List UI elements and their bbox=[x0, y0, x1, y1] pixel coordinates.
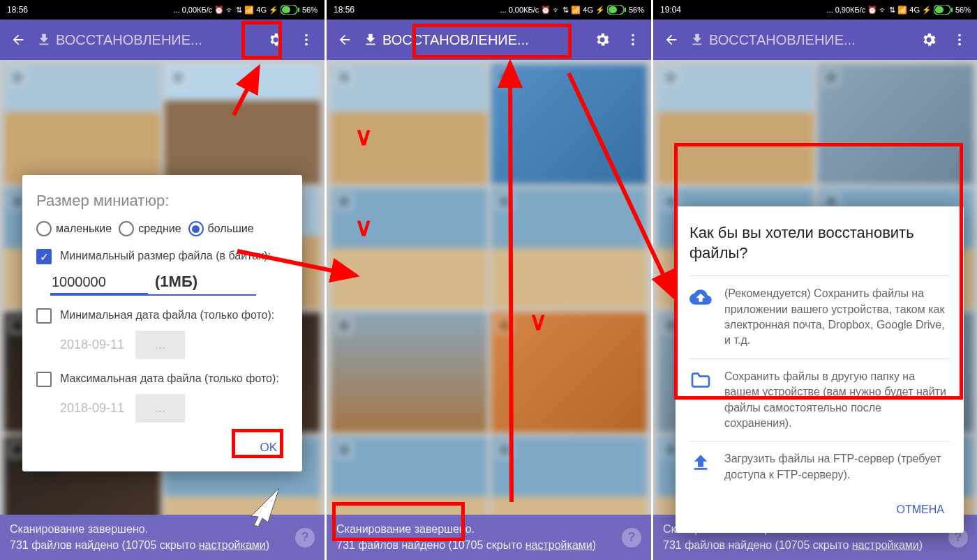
photo-thumb[interactable] bbox=[491, 312, 648, 432]
svg-point-4 bbox=[305, 38, 308, 41]
photo-thumb[interactable] bbox=[491, 64, 648, 184]
radio-large[interactable]: большие bbox=[188, 221, 254, 236]
help-button[interactable]: ? bbox=[622, 528, 641, 547]
thumb-checkbox[interactable] bbox=[10, 70, 25, 85]
photo-thumb[interactable] bbox=[818, 64, 974, 184]
radio-icon bbox=[36, 221, 52, 236]
thumb-checkbox[interactable] bbox=[823, 70, 839, 85]
option-text: Сохранить файлы в другую папку на вашем … bbox=[724, 369, 950, 432]
photo-thumb[interactable] bbox=[657, 64, 814, 184]
max-date-input-row: 2018-09-11 ... bbox=[60, 394, 288, 423]
app-title[interactable]: ВОССТАНОВЛЕНИЕ... bbox=[689, 32, 911, 48]
radio-icon bbox=[188, 221, 204, 236]
cloud-upload-icon bbox=[689, 286, 712, 308]
help-button[interactable]: ? bbox=[295, 528, 315, 547]
min-file-size-row: ✓ Минимальный размер файла (в байтах): bbox=[36, 249, 288, 264]
settings-link[interactable]: настройками bbox=[852, 539, 919, 551]
settings-dialog: Размер миниатюр: маленькие средние больш… bbox=[22, 175, 302, 471]
phone-screen-2: 18:56 ...0,00КБ/с ⏰ᯤ⇅📶 4G⚡ 56% ВОССТАНОВ… bbox=[327, 0, 651, 560]
status-indicators: ...0,90КБ/с ⏰ᯤ⇅📶 4G⚡ 56% bbox=[827, 5, 971, 15]
photo-thumb[interactable] bbox=[491, 188, 648, 308]
max-date-picker-button[interactable]: ... bbox=[135, 394, 185, 423]
thumb-checkbox[interactable] bbox=[497, 70, 512, 85]
min-date-row: Минимальная дата файла (только фото): bbox=[36, 308, 288, 324]
status-bar: 18:56 ...0,00КБ/с ⏰ᯤ⇅📶 4G⚡ 56% bbox=[327, 0, 651, 20]
photo-thumb[interactable] bbox=[4, 64, 161, 184]
recovery-option-ftp[interactable]: Загрузить файлы на FTP-сервер (требует д… bbox=[689, 441, 950, 492]
cancel-button[interactable]: ОТМЕНА bbox=[891, 497, 950, 523]
back-button[interactable] bbox=[659, 27, 684, 52]
ok-button[interactable]: OK bbox=[248, 435, 288, 460]
min-size-label: Минимальный размер файла (в байтах): bbox=[60, 249, 271, 264]
dialog-title: Как бы вы хотели восстановить файлы? bbox=[689, 223, 950, 263]
min-date-checkbox[interactable] bbox=[36, 308, 52, 324]
photo-thumb[interactable] bbox=[165, 64, 321, 184]
option-text: Загрузить файлы на FTP-сервер (требует д… bbox=[724, 451, 950, 483]
settings-button[interactable] bbox=[263, 27, 288, 52]
thumb-checkbox[interactable] bbox=[663, 70, 678, 85]
recovery-dialog: Как бы вы хотели восстановить файлы? (Ре… bbox=[676, 206, 964, 533]
min-date-picker-button[interactable]: ... bbox=[135, 331, 185, 359]
thumbnail-size-radios: маленькие средние большие bbox=[36, 221, 288, 236]
content-area: Как бы вы хотели восстановить файлы? (Ре… bbox=[653, 60, 977, 560]
status-time: 18:56 bbox=[7, 5, 28, 15]
thumb-checkbox[interactable] bbox=[497, 442, 512, 457]
max-date-checkbox[interactable] bbox=[36, 372, 52, 387]
settings-button[interactable] bbox=[916, 27, 941, 52]
svg-rect-9 bbox=[625, 8, 626, 12]
svg-point-11 bbox=[632, 38, 634, 41]
back-button[interactable] bbox=[332, 27, 357, 52]
back-button[interactable] bbox=[6, 27, 31, 52]
svg-rect-1 bbox=[282, 6, 290, 13]
min-size-input[interactable] bbox=[50, 271, 148, 294]
radio-small[interactable]: маленькие bbox=[36, 221, 112, 236]
status-bar: 19:04 ...0,90КБ/с ⏰ᯤ⇅📶 4G⚡ 56% bbox=[653, 0, 977, 20]
app-title[interactable]: ВОССТАНОВЛЕНИЕ... bbox=[36, 32, 258, 48]
thumb-checkbox[interactable] bbox=[336, 318, 352, 333]
thumb-checkbox[interactable] bbox=[497, 194, 512, 209]
photo-grid bbox=[327, 60, 651, 560]
app-bar: ВОССТАНОВЛЕНИЕ... bbox=[0, 20, 325, 60]
footer-text: Сканирование завершено. 731 файлов найде… bbox=[10, 522, 295, 553]
thumb-checkbox[interactable] bbox=[170, 70, 186, 85]
signal-icon: ⇅ bbox=[236, 6, 242, 15]
recovery-option-cloud[interactable]: (Рекомендуется) Сохранить файлы на прило… bbox=[689, 275, 950, 358]
settings-link[interactable]: настройками bbox=[525, 539, 592, 551]
phone-screen-3: 19:04 ...0,90КБ/с ⏰ᯤ⇅📶 4G⚡ 56% ВОССТАНОВ… bbox=[653, 0, 977, 560]
recovery-option-folder[interactable]: Сохранить файлы в другую папку на вашем … bbox=[689, 358, 950, 441]
photo-thumb[interactable] bbox=[331, 188, 487, 308]
photo-thumb[interactable] bbox=[331, 64, 487, 184]
app-bar: ВОССТАНОВЛЕНИЕ... bbox=[653, 20, 977, 60]
svg-point-5 bbox=[305, 43, 308, 46]
settings-button[interactable] bbox=[590, 27, 615, 52]
overflow-menu-button[interactable] bbox=[947, 27, 972, 52]
overflow-menu-button[interactable] bbox=[620, 27, 646, 52]
thumb-checkbox[interactable] bbox=[336, 194, 352, 209]
min-date-value: 2018-09-11 bbox=[60, 338, 124, 352]
download-icon bbox=[363, 32, 378, 47]
wifi-icon: ᯤ bbox=[226, 6, 234, 14]
thumb-checkbox[interactable] bbox=[497, 318, 512, 333]
overflow-menu-button[interactable] bbox=[294, 27, 319, 52]
status-time: 18:56 bbox=[334, 5, 355, 15]
radio-icon bbox=[119, 221, 134, 236]
thumb-checkbox[interactable] bbox=[336, 70, 352, 85]
dialog-title: Размер миниатюр: bbox=[36, 192, 288, 210]
download-icon bbox=[36, 32, 52, 47]
folder-icon bbox=[689, 369, 712, 391]
thumb-checkbox[interactable] bbox=[336, 442, 352, 457]
svg-point-10 bbox=[632, 34, 634, 37]
svg-point-17 bbox=[958, 34, 961, 37]
svg-rect-8 bbox=[609, 6, 617, 13]
min-size-checkbox[interactable]: ✓ bbox=[36, 249, 52, 264]
max-date-row: Максимальная дата файла (только фото): bbox=[36, 372, 288, 387]
status-time: 19:04 bbox=[660, 5, 681, 15]
settings-link[interactable]: настройками bbox=[199, 539, 266, 551]
radio-medium[interactable]: средние bbox=[119, 221, 181, 236]
app-title[interactable]: ВОССТАНОВЛЕНИЕ... bbox=[363, 32, 584, 48]
min-date-input-row: 2018-09-11 ... bbox=[60, 331, 288, 359]
content-area: Сканирование завершено. 731 файлов найде… bbox=[327, 60, 651, 560]
charging-icon: ⚡ bbox=[269, 6, 278, 15]
svg-rect-15 bbox=[935, 6, 944, 13]
photo-thumb[interactable] bbox=[331, 312, 487, 432]
